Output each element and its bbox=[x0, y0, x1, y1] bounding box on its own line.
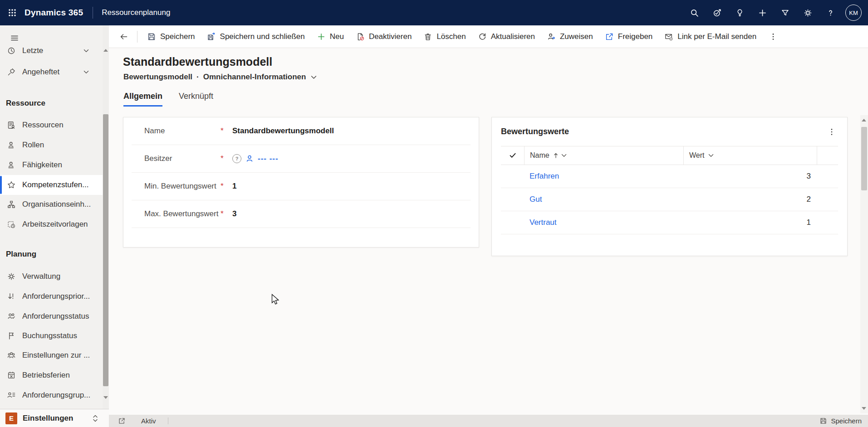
sidebar-item-verwaltung[interactable]: Verwaltung bbox=[0, 267, 103, 286]
sidebar-item-anforderungsprioritaeten[interactable]: Anforderungsprior... bbox=[0, 286, 103, 306]
share-icon bbox=[605, 32, 614, 41]
subgrid-more-icon[interactable] bbox=[825, 126, 838, 138]
sidebar-item-ressourcen[interactable]: Ressourcen bbox=[0, 115, 103, 135]
trash-icon bbox=[423, 32, 432, 41]
sidebar-item-anforderungsgruppen[interactable]: Anforderungsgrup... bbox=[0, 385, 103, 405]
tab-verknuepft[interactable]: Verknüpft bbox=[179, 92, 213, 107]
sidebar-item-buchungsstatus[interactable]: Buchungsstatus bbox=[0, 326, 103, 346]
max-rating-field[interactable]: 3 bbox=[232, 209, 236, 218]
filter-icon[interactable] bbox=[774, 0, 796, 25]
sidebar-item-kompetenzstufen[interactable]: Kompetenzstufen... bbox=[0, 175, 103, 195]
owner-lookup-value[interactable]: --- --- bbox=[258, 154, 279, 163]
row-name-link[interactable]: Erfahren bbox=[524, 172, 684, 181]
sidebar-item-label: Anforderungsgrup... bbox=[22, 391, 90, 400]
select-all-checkmark-icon[interactable] bbox=[501, 146, 525, 165]
person-icon bbox=[245, 154, 254, 163]
save-and-close-button[interactable]: Speichern und schließen bbox=[201, 25, 311, 48]
sidebar-scrollbar-thumb[interactable] bbox=[103, 114, 108, 386]
popout-icon[interactable] bbox=[118, 417, 126, 425]
save-status-button[interactable]: Speichern bbox=[819, 417, 862, 425]
sidebar-item-label: Anforderungsstatus bbox=[22, 312, 89, 321]
row-name-link[interactable]: Gut bbox=[524, 195, 684, 204]
field-row-besitzer: Besitzer * ? --- --- bbox=[132, 145, 471, 173]
sidebar-item-label: Rollen bbox=[22, 141, 44, 150]
command-label: Freigeben bbox=[618, 32, 653, 41]
main-panel: Speichern Speichern und schließen Neu De… bbox=[109, 25, 868, 427]
topbar-actions: KM bbox=[683, 0, 868, 25]
topbar-divider bbox=[93, 7, 93, 19]
lightbulb-icon[interactable] bbox=[728, 0, 751, 25]
refresh-button[interactable]: Aktualisieren bbox=[472, 25, 541, 48]
tab-allgemein[interactable]: Allgemein bbox=[123, 92, 162, 107]
sidebar-item-pinned[interactable]: Angeheftet bbox=[0, 62, 103, 82]
save-icon bbox=[819, 417, 827, 425]
area-badge: E bbox=[5, 412, 17, 424]
content-scrollbar-thumb[interactable] bbox=[861, 127, 867, 190]
record-status: Aktiv bbox=[141, 417, 156, 425]
assign-button[interactable]: Zuweisen bbox=[541, 25, 599, 48]
field-label: Besitzer bbox=[144, 154, 221, 163]
assign-icon bbox=[547, 32, 556, 41]
sidebar-item-anforderungsstatus[interactable]: Anforderungsstatus bbox=[0, 306, 103, 326]
scroll-up-arrow-icon[interactable] bbox=[103, 49, 108, 52]
sidebar-item-rollen[interactable]: Rollen bbox=[0, 135, 103, 155]
sidebar-item-betriebsferien[interactable]: Betriebsferien bbox=[0, 365, 103, 385]
new-button[interactable]: Neu bbox=[311, 25, 350, 48]
chevron-down-icon[interactable] bbox=[83, 49, 89, 53]
scroll-up-arrow-icon[interactable] bbox=[862, 119, 866, 121]
chevron-down-icon[interactable] bbox=[561, 154, 567, 157]
form-selector[interactable]: Omnichannel-Informationen bbox=[203, 73, 306, 82]
help-icon[interactable] bbox=[819, 0, 842, 25]
person-icon bbox=[6, 140, 16, 150]
plus-icon[interactable] bbox=[751, 0, 774, 25]
table-row[interactable]: Gut 2 bbox=[501, 188, 838, 211]
scroll-down-arrow-icon[interactable] bbox=[862, 407, 866, 410]
more-commands-icon[interactable] bbox=[762, 25, 784, 48]
sidebar-scrollbar[interactable] bbox=[103, 25, 109, 409]
chevron-down-icon[interactable] bbox=[311, 75, 317, 79]
column-header-name[interactable]: Name bbox=[525, 146, 684, 165]
brand-title[interactable]: Dynamics 365 bbox=[25, 8, 83, 18]
subgrid-title: Bewertungswerte bbox=[501, 127, 569, 136]
task-check-icon[interactable] bbox=[706, 0, 728, 25]
delete-button[interactable]: Löschen bbox=[417, 25, 471, 48]
share-button[interactable]: Freigeben bbox=[599, 25, 659, 48]
required-marker: * bbox=[221, 182, 232, 191]
email-link-button[interactable]: Link per E-Mail senden bbox=[658, 25, 762, 48]
sidebar-item-arbeitszeitvorlagen[interactable]: Arbeitszeitvorlagen bbox=[0, 214, 103, 234]
field-row-max-bewertungswert: Max. Bewertungswert * 3 bbox=[132, 200, 471, 228]
content-scrollbar[interactable] bbox=[860, 115, 868, 413]
back-arrow-icon[interactable] bbox=[114, 25, 133, 48]
name-field[interactable]: Standardbewertungsmodell bbox=[232, 126, 334, 136]
min-rating-field[interactable]: 1 bbox=[232, 182, 236, 191]
sidebar-item-recent[interactable]: Letzte bbox=[0, 41, 103, 61]
people-check-icon bbox=[6, 311, 16, 321]
table-row[interactable]: Erfahren 3 bbox=[501, 165, 838, 188]
org-chart-icon bbox=[6, 199, 16, 209]
table-row[interactable]: Vertraut 1 bbox=[501, 211, 838, 234]
sidebar-item-einstellungen-zur[interactable]: Einstellungen zur ... bbox=[0, 345, 103, 365]
chevron-down-icon[interactable] bbox=[83, 70, 89, 74]
save-button[interactable]: Speichern bbox=[141, 25, 201, 48]
sidebar-item-faehigkeiten[interactable]: Fähigkeiten bbox=[0, 155, 103, 175]
status-divider bbox=[168, 417, 168, 424]
sidebar-item-label: Angeheftet bbox=[22, 68, 59, 77]
app-area-title[interactable]: Ressourcenplanung bbox=[102, 8, 170, 17]
sidebar-item-organisationseinheiten[interactable]: Organisationseinh... bbox=[0, 194, 103, 214]
search-icon[interactable] bbox=[683, 0, 706, 25]
deactivate-button[interactable]: Deaktivieren bbox=[350, 25, 418, 48]
gear-icon[interactable] bbox=[796, 0, 819, 25]
field-label: Min. Bewertungswert bbox=[144, 182, 221, 191]
clock-icon bbox=[6, 46, 16, 56]
up-down-chevron-icon[interactable] bbox=[93, 415, 98, 422]
mail-link-icon bbox=[664, 32, 673, 41]
area-switcher[interactable]: E Einstellungen bbox=[0, 409, 109, 427]
user-avatar[interactable]: KM bbox=[845, 5, 862, 21]
row-wert-value: 1 bbox=[684, 218, 817, 227]
scroll-down-arrow-icon[interactable] bbox=[103, 396, 108, 399]
owner-field[interactable]: ? --- --- bbox=[232, 154, 279, 163]
app-launcher-waffle-icon[interactable] bbox=[0, 0, 25, 25]
chevron-down-icon[interactable] bbox=[708, 154, 714, 157]
row-name-link[interactable]: Vertraut bbox=[524, 218, 684, 227]
column-header-wert[interactable]: Wert bbox=[684, 146, 817, 165]
